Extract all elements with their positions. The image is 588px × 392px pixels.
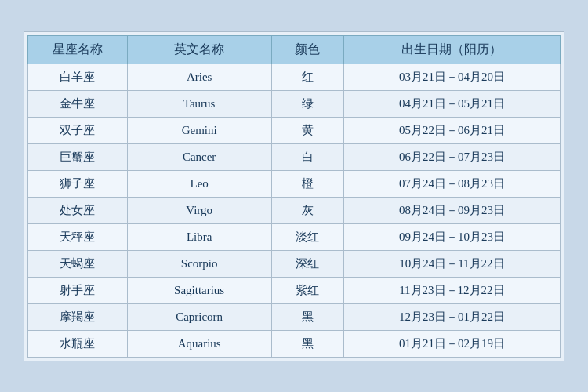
cell-color: 红 bbox=[271, 64, 343, 90]
cell-en-name: Aries bbox=[127, 64, 271, 90]
table-row: 狮子座Leo橙07月24日－08月23日 bbox=[28, 170, 561, 197]
cell-cn-name: 金牛座 bbox=[28, 90, 128, 117]
cell-color: 黑 bbox=[271, 330, 343, 357]
cell-date: 04月21日－05月21日 bbox=[343, 90, 560, 117]
cell-color: 白 bbox=[271, 143, 343, 170]
cell-en-name: Cancer bbox=[127, 143, 271, 170]
cell-date: 09月24日－10月23日 bbox=[343, 223, 560, 250]
cell-color: 黄 bbox=[271, 117, 343, 143]
cell-color: 灰 bbox=[271, 197, 343, 223]
table-header-row: 星座名称 英文名称 颜色 出生日期（阳历） bbox=[28, 35, 561, 64]
table-row: 巨蟹座Cancer白06月22日－07月23日 bbox=[28, 143, 561, 170]
cell-en-name: Libra bbox=[127, 223, 271, 250]
header-cn-name: 星座名称 bbox=[28, 35, 128, 64]
table-row: 处女座Virgo灰08月24日－09月23日 bbox=[28, 197, 561, 223]
cell-cn-name: 水瓶座 bbox=[28, 330, 128, 357]
cell-cn-name: 处女座 bbox=[28, 197, 128, 223]
header-color: 颜色 bbox=[271, 35, 343, 64]
cell-color: 橙 bbox=[271, 170, 343, 197]
table-row: 天秤座Libra淡红09月24日－10月23日 bbox=[28, 223, 561, 250]
cell-date: 03月21日－04月20日 bbox=[343, 64, 560, 90]
cell-en-name: Virgo bbox=[127, 197, 271, 223]
cell-cn-name: 巨蟹座 bbox=[28, 143, 128, 170]
cell-cn-name: 摩羯座 bbox=[28, 303, 128, 330]
cell-cn-name: 狮子座 bbox=[28, 170, 128, 197]
cell-date: 10月24日－11月22日 bbox=[343, 250, 560, 277]
cell-en-name: Taurus bbox=[127, 90, 271, 117]
cell-cn-name: 双子座 bbox=[28, 117, 128, 143]
table-row: 水瓶座Aquarius黑01月21日－02月19日 bbox=[28, 330, 561, 357]
cell-en-name: Capricorn bbox=[127, 303, 271, 330]
cell-date: 05月22日－06月21日 bbox=[343, 117, 560, 143]
cell-color: 紫红 bbox=[271, 277, 343, 303]
cell-color: 黑 bbox=[271, 303, 343, 330]
cell-en-name: Sagittarius bbox=[127, 277, 271, 303]
table-row: 天蝎座Scorpio深红10月24日－11月22日 bbox=[28, 250, 561, 277]
table-row: 摩羯座Capricorn黑12月23日－01月22日 bbox=[28, 303, 561, 330]
cell-cn-name: 天秤座 bbox=[28, 223, 128, 250]
table-row: 双子座Gemini黄05月22日－06月21日 bbox=[28, 117, 561, 143]
cell-color: 淡红 bbox=[271, 223, 343, 250]
cell-en-name: Scorpio bbox=[127, 250, 271, 277]
table-row: 射手座Sagittarius紫红11月23日－12月22日 bbox=[28, 277, 561, 303]
cell-en-name: Aquarius bbox=[127, 330, 271, 357]
cell-en-name: Leo bbox=[127, 170, 271, 197]
cell-date: 12月23日－01月22日 bbox=[343, 303, 560, 330]
cell-date: 11月23日－12月22日 bbox=[343, 277, 560, 303]
table-body: 白羊座Aries红03月21日－04月20日金牛座Taurus绿04月21日－0… bbox=[28, 64, 561, 357]
cell-color: 深红 bbox=[271, 250, 343, 277]
cell-cn-name: 天蝎座 bbox=[28, 250, 128, 277]
cell-date: 01月21日－02月19日 bbox=[343, 330, 560, 357]
cell-cn-name: 白羊座 bbox=[28, 64, 128, 90]
zodiac-table-container: 星座名称 英文名称 颜色 出生日期（阳历） 白羊座Aries红03月21日－04… bbox=[24, 31, 564, 361]
table-row: 金牛座Taurus绿04月21日－05月21日 bbox=[28, 90, 561, 117]
cell-color: 绿 bbox=[271, 90, 343, 117]
cell-date: 08月24日－09月23日 bbox=[343, 197, 560, 223]
cell-date: 07月24日－08月23日 bbox=[343, 170, 560, 197]
header-en-name: 英文名称 bbox=[127, 35, 271, 64]
cell-date: 06月22日－07月23日 bbox=[343, 143, 560, 170]
cell-cn-name: 射手座 bbox=[28, 277, 128, 303]
cell-en-name: Gemini bbox=[127, 117, 271, 143]
zodiac-table: 星座名称 英文名称 颜色 出生日期（阳历） 白羊座Aries红03月21日－04… bbox=[27, 35, 561, 358]
table-row: 白羊座Aries红03月21日－04月20日 bbox=[28, 64, 561, 90]
header-birth-date: 出生日期（阳历） bbox=[343, 35, 560, 64]
